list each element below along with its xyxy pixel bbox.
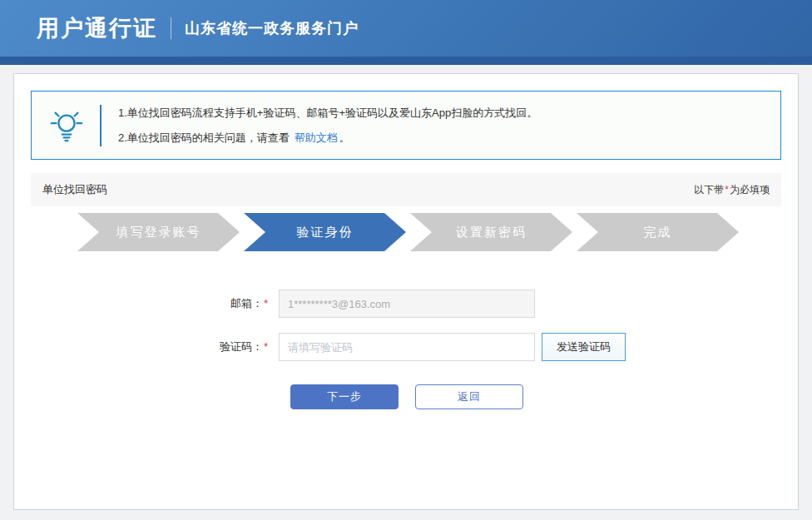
email-required-asterisk: * xyxy=(264,297,268,310)
send-code-button[interactable]: 发送验证码 xyxy=(542,333,626,361)
step-wizard: 填写登录账号 验证身份 设置新密码 完成 xyxy=(77,213,781,251)
brand-subtitle: 山东省统一政务服务门户 xyxy=(185,18,359,38)
tip-line-1: 1.单位找回密码流程支持手机+验证码、邮箱号+验证码以及爱山东App扫脸的方式找… xyxy=(118,101,537,126)
actions-row: 下一步 返回 xyxy=(279,384,535,409)
brand-title: 用户通行证 xyxy=(37,13,157,43)
tip-line-2: 2.单位找回密码的相关问题，请查看帮助文档。 xyxy=(118,126,537,151)
email-row: 邮箱：* xyxy=(31,290,781,318)
code-input[interactable] xyxy=(279,333,535,361)
next-step-button[interactable]: 下一步 xyxy=(290,384,399,409)
wizard-step-set-new-password: 设置新密码 xyxy=(410,213,572,251)
wizard-step-verify-identity: 验证身份 xyxy=(244,213,406,251)
brand-divider xyxy=(171,17,171,39)
tip-box: 1.单位找回密码流程支持手机+验证码、邮箱号+验证码以及爱山东App扫脸的方式找… xyxy=(31,91,781,160)
header-bottom-strip xyxy=(0,57,812,65)
code-label: 验证码：* xyxy=(31,339,279,354)
verify-form: 邮箱：* 验证码：* 发送验证码 下一步 返回 xyxy=(31,290,781,409)
code-row: 验证码：* 发送验证码 xyxy=(31,333,781,361)
code-required-asterisk: * xyxy=(264,340,268,353)
section-title: 单位找回密码 xyxy=(42,182,107,197)
required-note: 以下带*为必填项 xyxy=(694,183,770,197)
back-button[interactable]: 返回 xyxy=(415,384,523,409)
section-header: 单位找回密码 以下带*为必填项 xyxy=(31,173,781,206)
page-body: 1.单位找回密码流程支持手机+验证码、邮箱号+验证码以及爱山东App扫脸的方式找… xyxy=(0,65,812,518)
wizard-step-fill-account: 填写登录账号 xyxy=(77,213,240,251)
email-label: 邮箱：* xyxy=(31,296,279,311)
app-header: 用户通行证 山东省统一政务服务门户 xyxy=(0,0,812,65)
help-doc-link[interactable]: 帮助文档 xyxy=(295,131,338,144)
tip-divider xyxy=(100,105,102,146)
email-field[interactable] xyxy=(279,290,535,318)
wizard-step-finish: 完成 xyxy=(577,213,739,251)
required-asterisk: * xyxy=(725,184,729,196)
main-card: 1.单位找回密码流程支持手机+验证码、邮箱号+验证码以及爱山东App扫脸的方式找… xyxy=(13,73,799,510)
lightbulb-icon xyxy=(45,106,88,145)
